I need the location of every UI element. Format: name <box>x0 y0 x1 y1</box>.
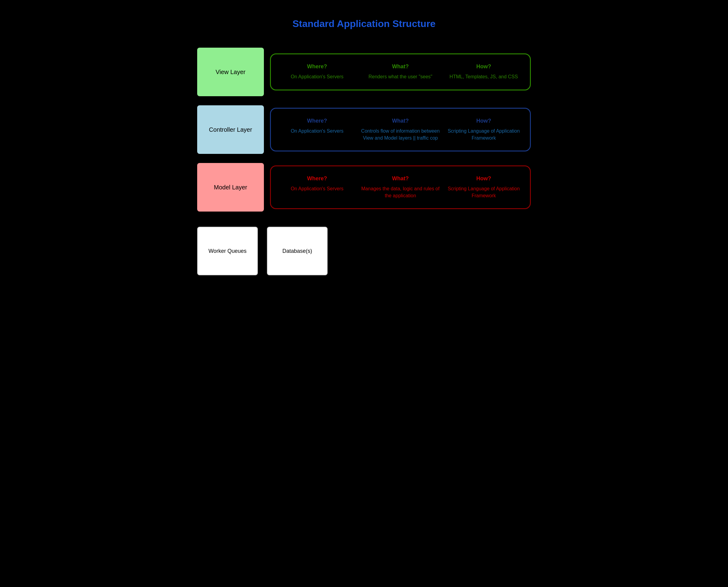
info-cell-controller-1: What?Controls flow of information betwee… <box>360 118 441 141</box>
info-cell-model-1: What?Manages the data, logic and rules o… <box>360 175 441 199</box>
info-cell-model-2: How?Scripting Language of Application Fr… <box>443 175 524 199</box>
bottom-box-1: Database(s) <box>267 227 327 275</box>
layer-row-model: Model LayerWhere?On Application's Server… <box>197 163 531 212</box>
info-cell-view-1: What?Renders what the user "sees" <box>360 64 441 80</box>
info-label-model-2: How? <box>476 175 491 182</box>
layer-info-model: Where?On Application's ServersWhat?Manag… <box>270 165 531 209</box>
info-label-view-1: What? <box>392 64 409 70</box>
layer-box-controller: Controller Layer <box>197 105 264 154</box>
info-label-model-0: Where? <box>307 175 327 182</box>
layer-box-model: Model Layer <box>197 163 264 212</box>
info-label-controller-0: Where? <box>307 118 327 124</box>
info-cell-controller-0: Where?On Application's Servers <box>277 118 357 141</box>
info-cell-model-0: Where?On Application's Servers <box>277 175 357 199</box>
layer-row-controller: Controller LayerWhere?On Application's S… <box>197 105 531 154</box>
info-label-view-2: How? <box>476 64 491 70</box>
info-value-view-2: HTML, Templates, JS, and CSS <box>450 73 518 80</box>
page-title: Standard Application Structure <box>197 18 531 29</box>
info-value-controller-2: Scripting Language of Application Framew… <box>443 128 524 141</box>
info-value-view-0: On Application's Servers <box>291 73 343 80</box>
layer-box-view: View Layer <box>197 48 264 96</box>
info-label-model-1: What? <box>392 175 409 182</box>
info-label-controller-2: How? <box>476 118 491 124</box>
info-value-model-2: Scripting Language of Application Framew… <box>443 185 524 199</box>
layer-row-view: View LayerWhere?On Application's Servers… <box>197 48 531 96</box>
info-value-model-1: Manages the data, logic and rules of the… <box>360 185 441 199</box>
info-label-view-0: Where? <box>307 64 327 70</box>
bottom-boxes: Worker QueuesDatabase(s) <box>197 227 531 275</box>
layer-info-view: Where?On Application's ServersWhat?Rende… <box>270 53 531 90</box>
info-value-controller-1: Controls flow of information between Vie… <box>360 128 441 141</box>
layers-container: View LayerWhere?On Application's Servers… <box>197 48 531 212</box>
bottom-box-0: Worker Queues <box>197 227 258 275</box>
info-cell-view-2: How?HTML, Templates, JS, and CSS <box>443 64 524 80</box>
info-value-controller-0: On Application's Servers <box>291 128 343 135</box>
layer-info-controller: Where?On Application's ServersWhat?Contr… <box>270 108 531 151</box>
info-label-controller-1: What? <box>392 118 409 124</box>
page-container: Standard Application Structure View Laye… <box>197 18 531 275</box>
info-value-view-1: Renders what the user "sees" <box>368 73 433 80</box>
info-cell-controller-2: How?Scripting Language of Application Fr… <box>443 118 524 141</box>
info-cell-view-0: Where?On Application's Servers <box>277 64 357 80</box>
info-value-model-0: On Application's Servers <box>291 185 343 192</box>
